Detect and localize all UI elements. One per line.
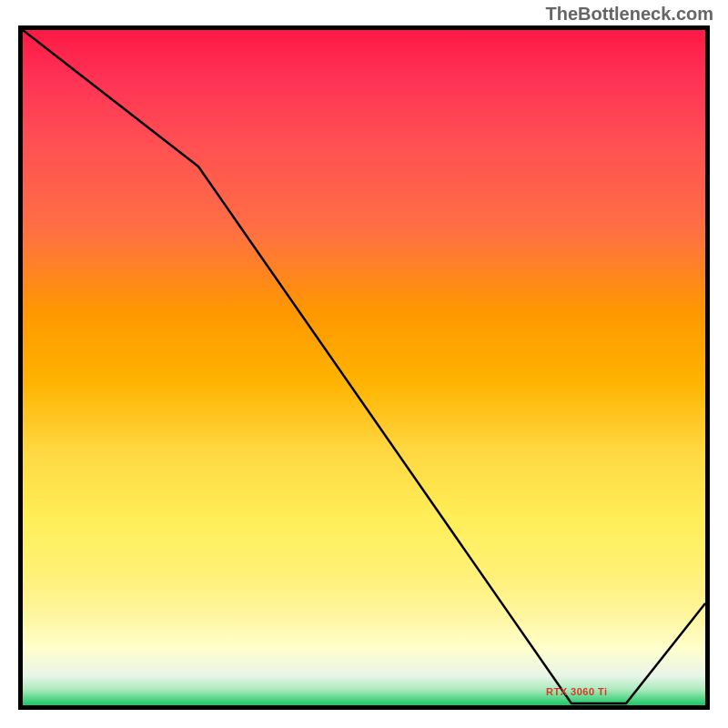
chart-plot-area: RTX 3060 Ti [18,25,710,710]
bottleneck-curve [23,30,705,703]
chart-line-layer [18,25,710,710]
gpu-annotation-label: RTX 3060 Ti [546,686,608,697]
watermark-text: TheBottleneck.com [546,4,713,25]
